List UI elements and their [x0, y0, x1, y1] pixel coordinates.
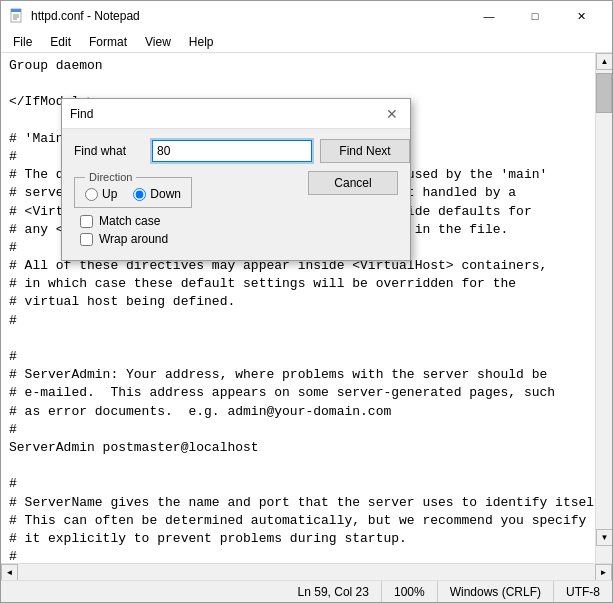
find-action-buttons: Cancel	[308, 171, 398, 195]
find-dialog-body: Find what Find Next Direction Up	[62, 129, 410, 260]
menu-edit[interactable]: Edit	[42, 33, 79, 51]
direction-down-radio[interactable]	[133, 188, 146, 201]
find-checkboxes: Direction Up Down	[74, 171, 300, 250]
scroll-h-track[interactable]	[18, 564, 595, 580]
title-bar: httpd.conf - Notepad — □ ✕	[1, 1, 612, 31]
status-line-ending: Windows (CRLF)	[438, 581, 554, 602]
menu-format[interactable]: Format	[81, 33, 135, 51]
notepad-window: httpd.conf - Notepad — □ ✕ File Edit For…	[0, 0, 613, 603]
direction-options: Up Down	[85, 187, 181, 201]
scroll-right-button[interactable]: ►	[595, 564, 612, 581]
menu-file[interactable]: File	[5, 33, 40, 51]
editor-container: Group daemon </IfModule> # 'Main' server…	[1, 53, 612, 563]
window-controls: — □ ✕	[466, 1, 604, 31]
close-button[interactable]: ✕	[558, 1, 604, 31]
menu-view[interactable]: View	[137, 33, 179, 51]
match-case-label[interactable]: Match case	[99, 214, 160, 228]
find-what-input[interactable]	[152, 140, 312, 162]
status-zoom: 100%	[382, 581, 438, 602]
wrap-around-row: Wrap around	[80, 232, 300, 246]
menu-bar: File Edit Format View Help	[1, 31, 612, 53]
find-dialog-title-bar: Find ✕	[62, 99, 410, 129]
find-what-row: Find what Find Next	[74, 139, 398, 163]
minimize-button[interactable]: —	[466, 1, 512, 31]
find-options-row: Direction Up Down	[74, 171, 398, 250]
menu-help[interactable]: Help	[181, 33, 222, 51]
find-what-label: Find what	[74, 144, 144, 158]
find-next-button[interactable]: Find Next	[320, 139, 410, 163]
window-title: httpd.conf - Notepad	[31, 9, 466, 23]
status-encoding: UTF-8	[554, 581, 612, 602]
direction-up-radio[interactable]	[85, 188, 98, 201]
scroll-thumb[interactable]	[596, 73, 612, 113]
find-dialog: Find ✕ Find what Find Next Direction	[61, 98, 411, 261]
direction-legend: Direction	[85, 171, 136, 183]
svg-rect-1	[11, 9, 21, 12]
scroll-down-button[interactable]: ▼	[596, 529, 612, 546]
status-position: Ln 59, Col 23	[1, 581, 382, 602]
scroll-up-button[interactable]: ▲	[596, 53, 612, 70]
match-case-checkbox[interactable]	[80, 215, 93, 228]
scroll-left-button[interactable]: ◄	[1, 564, 18, 581]
horizontal-scrollbar[interactable]: ◄ ►	[1, 563, 612, 580]
match-case-row: Match case	[80, 214, 300, 228]
vertical-scrollbar[interactable]: ▲ ▼	[595, 53, 612, 563]
cancel-button[interactable]: Cancel	[308, 171, 398, 195]
wrap-around-checkbox[interactable]	[80, 233, 93, 246]
status-bar: Ln 59, Col 23 100% Windows (CRLF) UTF-8	[1, 580, 612, 602]
direction-fieldset: Direction Up Down	[74, 171, 192, 208]
wrap-around-label[interactable]: Wrap around	[99, 232, 168, 246]
maximize-button[interactable]: □	[512, 1, 558, 31]
find-dialog-title-text: Find	[70, 107, 382, 121]
app-icon	[9, 8, 25, 24]
direction-down-label[interactable]: Down	[133, 187, 181, 201]
find-dialog-close-button[interactable]: ✕	[382, 104, 402, 124]
direction-up-label[interactable]: Up	[85, 187, 117, 201]
